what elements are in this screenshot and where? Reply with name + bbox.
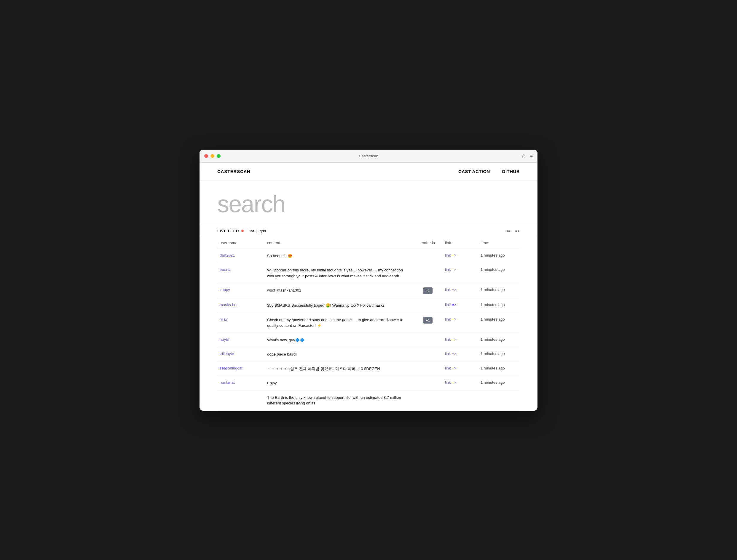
table-row: nantanatEnjoylink =>1 minutes ago bbox=[217, 376, 520, 391]
row-link[interactable]: link => bbox=[445, 366, 456, 370]
prev-arrow[interactable]: <= bbox=[506, 229, 511, 233]
row-link[interactable]: link => bbox=[445, 253, 456, 257]
content-text: 350 $MASKS Successfully tipped 🤑! Wanna … bbox=[267, 303, 385, 308]
view-toggle: list | grid bbox=[248, 229, 266, 233]
content-text: Check out my /powerfeed stats and join t… bbox=[267, 318, 404, 328]
table-row: boonaWill ponder on this more, my initia… bbox=[217, 263, 520, 283]
time-text: 1 minutes ago bbox=[481, 253, 505, 257]
list-view-button[interactable]: list bbox=[248, 229, 254, 233]
live-feed-label: LIVE FEED bbox=[217, 229, 244, 233]
username-link[interactable]: zappy bbox=[220, 287, 230, 292]
content-text: dope piece baird! bbox=[267, 352, 297, 356]
traffic-lights bbox=[204, 154, 220, 158]
username-link[interactable]: seasoningcat bbox=[220, 366, 242, 370]
username-link[interactable]: nilay bbox=[220, 317, 228, 321]
nav-cast-action[interactable]: CAST ACTION bbox=[458, 169, 490, 174]
grid-view-button[interactable]: grid bbox=[259, 229, 266, 233]
content-text: So beautiful😍 bbox=[267, 254, 292, 258]
time-text: 1 minutes ago bbox=[481, 337, 505, 342]
navbar: CASTERSCAN CAST ACTION GITHUB bbox=[199, 163, 538, 180]
embeds-cell bbox=[413, 249, 443, 263]
title-bar: Casterscan ☆ ≡ bbox=[199, 150, 538, 163]
content-text: Will ponder on this more, my initial tho… bbox=[267, 268, 403, 278]
feed-table-container: username content embeds link time dart20… bbox=[199, 237, 538, 411]
embeds-cell: +1 bbox=[413, 313, 443, 333]
row-link[interactable]: link => bbox=[445, 287, 456, 292]
time-text: 1 minutes ago bbox=[481, 351, 505, 356]
content-text: The Earth is the only known planet to su… bbox=[267, 395, 401, 406]
notification-icon[interactable]: ☆ bbox=[521, 153, 525, 159]
table-header-row: username content embeds link time bbox=[217, 237, 520, 249]
embeds-cell bbox=[413, 347, 443, 362]
col-header-time: time bbox=[478, 237, 520, 249]
feed-controls: LIVE FEED list | grid <= => bbox=[199, 225, 538, 237]
row-link[interactable]: link => bbox=[445, 303, 456, 307]
username-link[interactable]: huytrh bbox=[220, 337, 230, 342]
nav-brand[interactable]: CASTERSCAN bbox=[217, 169, 250, 174]
embeds-cell bbox=[413, 390, 443, 410]
content-text: woof @ashkan1001 bbox=[267, 288, 301, 292]
col-header-link: link bbox=[443, 237, 478, 249]
col-header-content: content bbox=[265, 237, 413, 249]
close-button[interactable] bbox=[204, 154, 208, 158]
col-header-username: username bbox=[217, 237, 265, 249]
page-title: search bbox=[217, 192, 520, 216]
table-row: trillobytedope piece baird!link =>1 minu… bbox=[217, 347, 520, 362]
content-text: ㅋㅋㅋㅋㅋㅋ알트 전체 야락빔 맞았죠.. 아프다 아파.. 10 $DEGEN bbox=[267, 367, 380, 371]
table-row: nilayCheck out my /powerfeed stats and j… bbox=[217, 313, 520, 333]
table-row: dart2021So beautiful😍link =>1 minutes ag… bbox=[217, 249, 520, 263]
username-link[interactable]: masks-bot bbox=[220, 303, 237, 307]
page-header: search bbox=[199, 180, 538, 225]
feed-table: username content embeds link time dart20… bbox=[217, 237, 520, 411]
view-separator: | bbox=[256, 229, 257, 233]
embed-badge[interactable]: +1 bbox=[423, 287, 433, 294]
time-text: 1 minutes ago bbox=[481, 317, 505, 321]
embeds-cell bbox=[413, 361, 443, 376]
table-row: masks-bot350 $MASKS Successfully tipped … bbox=[217, 298, 520, 313]
time-text: 1 minutes ago bbox=[481, 287, 505, 292]
maximize-button[interactable] bbox=[217, 154, 220, 158]
embeds-cell bbox=[413, 376, 443, 391]
nav-github[interactable]: GITHUB bbox=[502, 169, 520, 174]
table-row: The Earth is the only known planet to su… bbox=[217, 390, 520, 410]
pagination-arrows: <= => bbox=[506, 229, 520, 233]
table-row: huytrhWhat's new, guy🔷🔷link =>1 minutes … bbox=[217, 333, 520, 347]
username-link[interactable]: boona bbox=[220, 267, 230, 272]
table-row: seasoningcatㅋㅋㅋㅋㅋㅋ알트 전체 야락빔 맞았죠.. 아프다 아파… bbox=[217, 361, 520, 376]
col-header-embeds: embeds bbox=[413, 237, 443, 249]
table-row: zappywoof @ashkan1001+1link =>1 minutes … bbox=[217, 283, 520, 298]
row-link[interactable]: link => bbox=[445, 380, 456, 385]
row-link[interactable]: link => bbox=[445, 267, 456, 272]
live-indicator bbox=[241, 230, 244, 232]
username-link[interactable]: nantanat bbox=[220, 380, 235, 385]
embed-badge[interactable]: +1 bbox=[423, 317, 433, 324]
content-text: What's new, guy🔷🔷 bbox=[267, 338, 304, 342]
embeds-cell: +1 bbox=[413, 283, 443, 298]
minimize-button[interactable] bbox=[210, 154, 214, 158]
title-bar-icons: ☆ ≡ bbox=[521, 153, 533, 159]
embeds-cell bbox=[413, 333, 443, 347]
time-text: 1 minutes ago bbox=[481, 366, 505, 370]
row-link[interactable]: link => bbox=[445, 317, 456, 321]
embeds-cell bbox=[413, 298, 443, 313]
row-link[interactable]: link => bbox=[445, 337, 456, 342]
next-arrow[interactable]: => bbox=[515, 229, 520, 233]
app-window: Casterscan ☆ ≡ CASTERSCAN CAST ACTION GI… bbox=[199, 150, 538, 411]
live-feed-text: LIVE FEED bbox=[217, 229, 239, 233]
time-text: 1 minutes ago bbox=[481, 267, 505, 272]
username-link[interactable]: dart2021 bbox=[220, 253, 235, 257]
embeds-cell bbox=[413, 263, 443, 283]
row-link[interactable]: link => bbox=[445, 351, 456, 356]
content-text: Enjoy bbox=[267, 381, 277, 385]
time-text: 1 minutes ago bbox=[481, 303, 505, 307]
window-title: Casterscan bbox=[359, 154, 378, 158]
time-text: 1 minutes ago bbox=[481, 380, 505, 385]
username-link[interactable]: trillobyte bbox=[220, 351, 234, 356]
menu-icon[interactable]: ≡ bbox=[530, 153, 533, 159]
nav-links: CAST ACTION GITHUB bbox=[458, 169, 520, 174]
